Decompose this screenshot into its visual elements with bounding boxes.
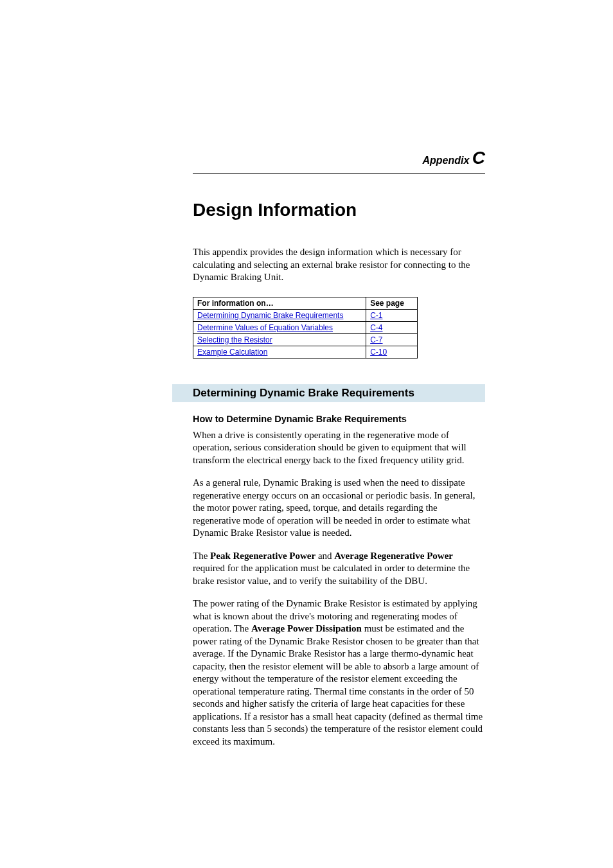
appendix-letter: C — [472, 148, 485, 168]
table-row: Determine Values of Equation Variables C… — [193, 321, 418, 333]
text-span: required for the application must be cal… — [193, 563, 470, 586]
appendix-prefix: Appendix — [422, 155, 472, 166]
bold-text: Peak Regenerative Power — [210, 551, 315, 561]
intro-paragraph: This appendix provides the design inform… — [193, 246, 485, 284]
toc-page-link[interactable]: C-10 — [370, 348, 387, 357]
section-heading: Determining Dynamic Brake Requirements — [172, 384, 485, 402]
body-paragraph: The Peak Regenerative Power and Average … — [193, 550, 485, 588]
toc-header-info: For information on… — [193, 297, 366, 309]
bold-text: Average Regenerative Power — [334, 551, 453, 561]
body-paragraph: As a general rule, Dynamic Braking is us… — [193, 477, 485, 540]
toc-table: For information on… See page Determining… — [193, 297, 418, 359]
toc-item-link-cell: Selecting the Resistor — [193, 333, 366, 346]
divider — [193, 173, 485, 174]
toc-header-row: For information on… See page — [193, 297, 418, 309]
toc-link[interactable]: Example Calculation — [197, 348, 267, 357]
text-span: must be estimated and the power rating o… — [193, 623, 483, 747]
toc-page-cell: C-7 — [366, 333, 418, 346]
toc-link[interactable]: Determining Dynamic Brake Requirements — [197, 311, 343, 320]
appendix-label: Appendix C — [193, 148, 485, 168]
body-paragraph: When a drive is consistently operating i… — [193, 429, 485, 467]
toc-link[interactable]: Selecting the Resistor — [197, 335, 272, 344]
toc-link[interactable]: Determine Values of Equation Variables — [197, 323, 333, 332]
table-row: Determining Dynamic Brake Requirements C… — [193, 309, 418, 321]
toc-page-cell: C-1 — [366, 309, 418, 321]
sub-heading: How to Determine Dynamic Brake Requireme… — [193, 414, 485, 424]
toc-item-link-cell: Example Calculation — [193, 346, 366, 358]
table-row: Selecting the Resistor C-7 — [193, 333, 418, 346]
toc-header-page: See page — [366, 297, 418, 309]
section-heading-wrap: Determining Dynamic Brake Requirements — [172, 384, 485, 402]
table-row: Example Calculation C-10 — [193, 346, 418, 358]
bold-text: Average Power Dissipation — [251, 623, 362, 633]
toc-page-cell: C-10 — [366, 346, 418, 358]
toc-page-link[interactable]: C-1 — [370, 311, 382, 320]
toc-item-link-cell: Determining Dynamic Brake Requirements — [193, 309, 366, 321]
toc-page-cell: C-4 — [366, 321, 418, 333]
body-paragraph: The power rating of the Dynamic Brake Re… — [193, 598, 485, 748]
page-content: Appendix C Design Information This appen… — [193, 148, 485, 758]
toc-item-link-cell: Determine Values of Equation Variables — [193, 321, 366, 333]
toc-page-link[interactable]: C-4 — [370, 323, 382, 332]
text-span: and — [315, 551, 334, 561]
toc-page-link[interactable]: C-7 — [370, 335, 382, 344]
text-span: The — [193, 551, 210, 561]
page-title: Design Information — [193, 200, 485, 220]
